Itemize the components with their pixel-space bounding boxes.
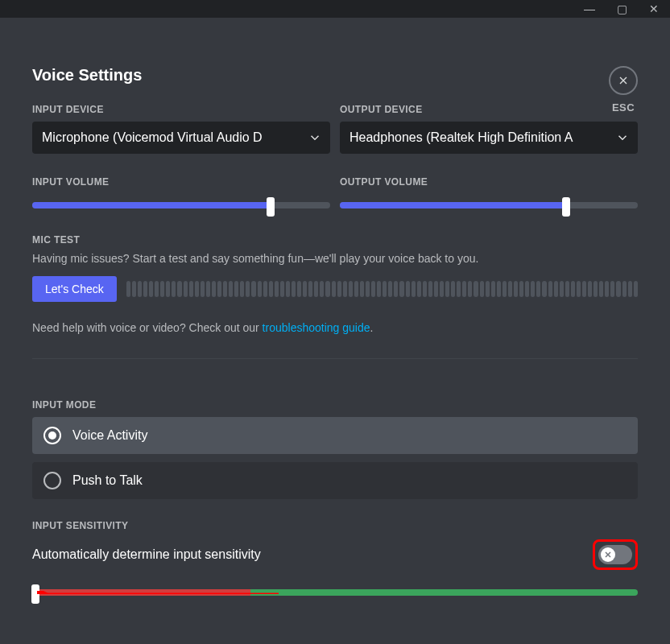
input-mode-label: Input Mode (32, 399, 638, 411)
window-close-button[interactable]: ✕ (644, 0, 664, 18)
close-icon (609, 66, 638, 95)
sensitivity-track-low (32, 589, 250, 596)
slider-thumb[interactable] (31, 584, 39, 604)
output-volume-label: Output Volume (340, 176, 638, 188)
sensitivity-slider[interactable] (32, 589, 638, 596)
output-volume-fill (340, 202, 566, 208)
divider (32, 358, 638, 359)
help-suffix: . (370, 321, 374, 334)
input-mode-option-label: Push to Talk (72, 473, 143, 488)
page-title: Voice Settings (32, 66, 638, 85)
input-device-value: Microphone (Voicemod Virtual Audio D (42, 130, 263, 145)
output-device-select[interactable]: Headphones (Realtek High Definition A (340, 122, 638, 154)
input-volume-slider[interactable] (32, 202, 330, 208)
input-volume-label: Input Volume (32, 176, 330, 188)
help-text: Need help with voice or video? Check out… (32, 321, 638, 334)
radio-icon (43, 472, 61, 489)
annotation-highlight (593, 539, 638, 570)
input-mode-option-voice-activity[interactable]: Voice Activity (32, 417, 638, 454)
input-device-select[interactable]: Microphone (Voicemod Virtual Audio D (32, 122, 330, 154)
toggle-thumb (601, 547, 615, 562)
help-prefix: Need help with voice or video? Check out… (32, 321, 263, 334)
troubleshooting-link[interactable]: troubleshooting guide (263, 321, 370, 334)
window-minimize-button[interactable]: — (580, 0, 599, 18)
sensitivity-track-high (250, 589, 638, 596)
window-maximize-button[interactable]: ▢ (612, 0, 631, 18)
input-sensitivity-label: Input Sensitivity (32, 520, 638, 531)
auto-sensitivity-toggle[interactable] (598, 545, 632, 564)
window-titlebar: — ▢ ✕ (0, 0, 670, 18)
output-device-label: Output Device (340, 104, 638, 115)
input-device-label: Input Device (32, 104, 330, 115)
input-mode-option-label: Voice Activity (72, 428, 147, 443)
close-settings-button[interactable]: ESC (609, 66, 638, 114)
slider-thumb[interactable] (267, 197, 275, 217)
mic-test-description: Having mic issues? Start a test and say … (32, 252, 638, 265)
chevron-down-icon (615, 130, 630, 145)
input-mode-option-push-to-talk[interactable]: Push to Talk (32, 462, 638, 499)
output-volume-slider[interactable] (340, 202, 638, 208)
output-device-value: Headphones (Realtek High Definition A (349, 130, 573, 145)
mic-test-button[interactable]: Let's Check (32, 276, 117, 302)
mic-level-meter (126, 281, 638, 297)
slider-thumb[interactable] (562, 197, 570, 217)
input-volume-fill (32, 202, 271, 208)
close-label: ESC (609, 101, 638, 114)
auto-sensitivity-label: Automatically determine input sensitivit… (32, 547, 261, 562)
chevron-down-icon (308, 130, 322, 145)
mic-test-label: Mic Test (32, 234, 638, 246)
radio-icon (43, 427, 61, 444)
